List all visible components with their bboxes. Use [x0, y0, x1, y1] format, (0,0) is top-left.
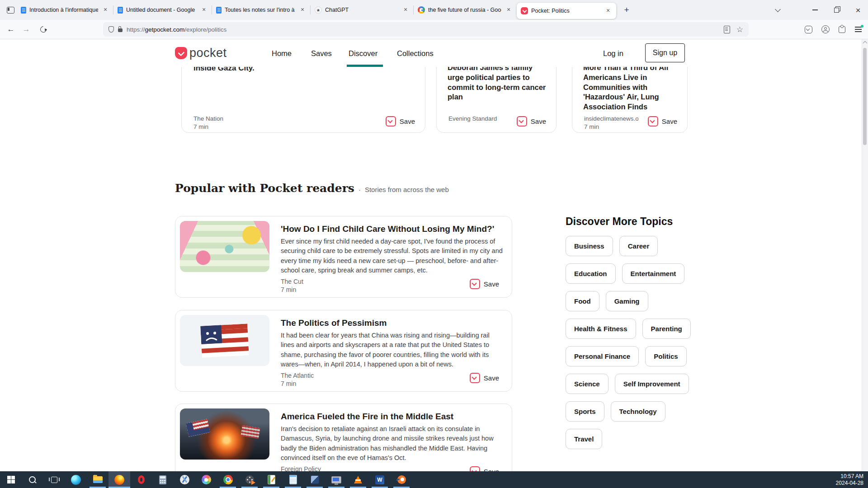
nav-home[interactable]: Home	[272, 49, 292, 58]
nav-saves[interactable]: Saves	[311, 49, 332, 58]
top-card-source: The Nation	[193, 115, 223, 122]
tab-close-icon[interactable]: ×	[298, 6, 307, 14]
scrollbar-thumb[interactable]	[863, 48, 867, 145]
save-button[interactable]: Save	[470, 466, 499, 471]
topic-education[interactable]: Education	[566, 263, 616, 284]
nav-collections[interactable]: Collections	[397, 49, 434, 58]
taskbar-virtualbox[interactable]	[304, 471, 326, 488]
article-title[interactable]: The Politics of Pessimism	[281, 318, 387, 328]
scroll-up-arrow-icon[interactable]	[863, 41, 868, 46]
topic-business[interactable]: Business	[566, 236, 613, 256]
save-label: Save	[484, 280, 499, 288]
taskbar-paint[interactable]	[195, 471, 217, 488]
tab-intro-informatique[interactable]: Introduction à l'informatique.do ×	[17, 0, 113, 20]
page-scrollbar[interactable]	[862, 39, 868, 471]
save-button[interactable]: Save	[470, 279, 499, 289]
taskbar-snipping-tool[interactable]	[174, 471, 195, 488]
tab-toutes-les-notes[interactable]: Toutes les notes sur l'intro à l'inf ×	[212, 0, 311, 20]
tab-close-icon[interactable]: ×	[604, 7, 612, 15]
new-tab-button[interactable]: +	[620, 3, 633, 17]
taskbar-word[interactable]: W	[369, 471, 391, 488]
taskbar-file-explorer[interactable]	[87, 471, 108, 488]
taskbar-notepad[interactable]	[282, 471, 304, 488]
taskbar-firefox[interactable]	[108, 471, 130, 488]
taskbar-chrome[interactable]	[217, 471, 239, 488]
bookmark-star-icon[interactable]: ☆	[736, 26, 743, 33]
taskbar-clock[interactable]: 10:57 AM 2024-04-28	[836, 471, 868, 488]
top-card-source: Evening Standard	[448, 115, 497, 122]
article-title[interactable]: America Fueled the Fire in the Middle Ea…	[281, 412, 453, 422]
taskbar-movie-maker[interactable]	[239, 471, 260, 488]
taskbar-start[interactable]	[0, 471, 22, 488]
reload-button[interactable]	[37, 23, 50, 36]
pocket-logo[interactable]: pocket	[175, 46, 227, 60]
taskbar-office-writer[interactable]	[260, 471, 282, 488]
topic-parenting[interactable]: Parenting	[642, 319, 691, 339]
topic-sports[interactable]: Sports	[566, 401, 604, 422]
address-bar[interactable]: https://getpocket.com/explore/politics ☆	[103, 22, 749, 37]
article-card-middle-east[interactable]: America Fueled the Fire in the Middle Ea…	[175, 404, 512, 471]
topic-food[interactable]: Food	[566, 291, 599, 311]
tracking-protection-shield-icon[interactable]	[108, 26, 114, 33]
save-button[interactable]: Save	[648, 116, 677, 127]
chrome-icon	[223, 475, 233, 484]
article-title[interactable]: 'How Do I Find Child Care Without Losing…	[281, 224, 494, 234]
back-button[interactable]: ←	[5, 23, 17, 36]
clock-date: 2024-04-28	[836, 480, 863, 487]
save-button[interactable]: Save	[517, 116, 546, 127]
topic-technology[interactable]: Technology	[611, 401, 665, 422]
extensions-button[interactable]	[835, 23, 848, 36]
tab-close-icon[interactable]: ×	[200, 6, 208, 14]
topic-career[interactable]: Career	[619, 236, 658, 256]
lock-icon[interactable]	[118, 28, 123, 32]
firefox-view-button[interactable]	[4, 4, 17, 16]
topic-politics[interactable]: Politics	[645, 346, 686, 366]
signup-button[interactable]: Sign up	[645, 43, 685, 62]
taskbar-task-view[interactable]	[43, 471, 65, 488]
opera-icon	[138, 475, 145, 484]
tab-chatgpt[interactable]: * ChatGPT ×	[311, 0, 414, 20]
tab-close-icon[interactable]: ×	[505, 6, 513, 14]
close-window-button[interactable]: ×	[851, 3, 865, 17]
topic-entertainment[interactable]: Entertainment	[622, 263, 685, 284]
taskbar-opera[interactable]	[130, 471, 152, 488]
list-all-tabs-button[interactable]	[770, 3, 785, 17]
topic-travel[interactable]: Travel	[566, 429, 602, 449]
topic-self-improvement[interactable]: Self Improvement	[615, 374, 689, 394]
minimize-button[interactable]	[808, 3, 822, 17]
tab-close-icon[interactable]: ×	[101, 6, 109, 14]
tab-close-icon[interactable]: ×	[401, 6, 410, 14]
tab-google-search[interactable]: the five future of russia - Googl ×	[414, 0, 517, 20]
account-button[interactable]	[819, 23, 832, 36]
taskbar-search[interactable]	[22, 471, 43, 488]
topic-personal-finance[interactable]: Personal Finance	[566, 346, 639, 366]
menu-button[interactable]	[852, 23, 864, 36]
save-button[interactable]: Save	[470, 373, 499, 383]
save-label: Save	[484, 374, 499, 382]
tab-pocket-politics[interactable]: Pocket: Politics ×	[517, 3, 616, 19]
taskbar-edge[interactable]	[65, 471, 87, 488]
taskbar-system-utility[interactable]	[326, 471, 347, 488]
topic-health-fitness[interactable]: Health & Fitness	[566, 319, 636, 339]
tab-untitled-document[interactable]: Untitled document - Google Do ×	[113, 0, 212, 20]
task-view-icon	[51, 477, 57, 483]
nav-discover[interactable]: Discover	[349, 49, 377, 58]
blender-icon	[397, 475, 406, 484]
taskbar-vlc[interactable]	[347, 471, 369, 488]
topic-science[interactable]: Science	[566, 374, 609, 394]
forward-button[interactable]: →	[20, 23, 33, 36]
restore-window-button[interactable]	[829, 3, 844, 17]
taskbar-blender[interactable]	[391, 471, 412, 488]
pocket-toolbar-button[interactable]	[802, 23, 815, 36]
article-card-politics-pessimism[interactable]: The Politics of Pessimism It had been cl…	[175, 310, 512, 392]
snipping-tool-icon	[180, 475, 189, 484]
topic-gaming[interactable]: Gaming	[606, 291, 648, 311]
reader-mode-icon[interactable]	[724, 26, 730, 33]
tab-title: Pocket: Politics	[531, 8, 601, 14]
article-card-child-care[interactable]: 'How Do I Find Child Care Without Losing…	[175, 216, 512, 298]
tab-title: Toutes les notes sur l'intro à l'inf	[225, 7, 295, 13]
login-link[interactable]: Log in	[603, 49, 623, 58]
taskbar-calculator[interactable]	[152, 471, 174, 488]
discover-more-topics-title: Discover More Topics	[566, 216, 673, 228]
save-button[interactable]: Save	[386, 116, 415, 127]
